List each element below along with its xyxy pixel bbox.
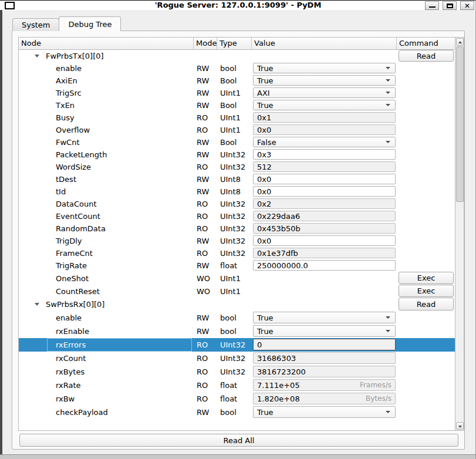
value-readonly-field: 0x1e37dfb	[253, 248, 396, 258]
node-name: TrigRate	[56, 261, 87, 270]
command-cell	[397, 62, 455, 75]
table-row[interactable]: TrigSrc RW UInt1 AXI	[19, 87, 455, 99]
type-value: UInt8	[220, 187, 241, 196]
table-row[interactable]: DataCount RO UInt32 0x2	[19, 198, 455, 210]
table-row[interactable]: rxEnable RW bool True	[19, 325, 455, 338]
type-value: UInt32	[220, 237, 245, 245]
mode-cell: RW	[194, 259, 217, 272]
tree-body: FwPrbsTx[0][0] Read enable RW bool True	[19, 50, 455, 430]
node-name: PacketLength	[56, 150, 107, 159]
table-row[interactable]: enable RW bool True	[19, 62, 455, 75]
node-cell: OneShot	[19, 272, 194, 285]
type-value: UInt32	[220, 200, 245, 208]
value-input[interactable]: 0x0	[253, 174, 396, 184]
node-name: rxBw	[56, 394, 75, 403]
type-value: Bool	[220, 138, 237, 147]
table-row[interactable]: enable RW bool True	[19, 311, 455, 325]
vertical-scrollbar[interactable]	[455, 38, 464, 430]
table-row[interactable]: rxBytes RO UInt32 3816723200	[19, 365, 455, 379]
table-row[interactable]: OneShot WO UInt1 Exec	[19, 272, 455, 285]
command-button[interactable]: Exec	[399, 285, 454, 297]
value-input[interactable]: 0x3	[253, 149, 396, 160]
minimize-button[interactable]	[425, 1, 439, 10]
table-row[interactable]: FwCnt RW Bool False	[19, 136, 455, 148]
table-row[interactable]: checkPayload RW bool True	[19, 406, 455, 419]
expand-arrow-icon[interactable]	[35, 55, 39, 58]
table-row[interactable]: FwPrbsTx[0][0] Read	[19, 50, 455, 62]
node-cell: TxEn	[19, 99, 194, 112]
type-value: UInt32	[220, 212, 245, 221]
command-button[interactable]: Read	[399, 298, 454, 310]
type-value: bool	[220, 64, 237, 73]
value-text: 1.820e+08	[257, 394, 300, 403]
value-combobox[interactable]: True	[253, 312, 396, 323]
value-combobox[interactable]: True	[253, 325, 396, 337]
node-name: enable	[56, 64, 82, 73]
table-row[interactable]: Overflow RO UInt1 0x0	[19, 124, 455, 136]
value-text: 0x0	[257, 187, 271, 196]
window-bottom-border	[0, 454, 475, 459]
table-row[interactable]: CountReset WO UInt1 Exec	[19, 285, 455, 298]
value-combobox[interactable]: True	[253, 406, 396, 418]
table-row[interactable]: TxEn RW Bool True	[19, 99, 455, 112]
value-input[interactable]: 0x0	[253, 235, 396, 246]
node-name: checkPayload	[56, 408, 108, 417]
type-cell: float	[217, 379, 252, 392]
table-row[interactable]: Busy RO UInt1 0x1	[19, 112, 455, 124]
node-name: TrigDly	[56, 237, 82, 245]
column-header-value[interactable]: Value	[252, 38, 397, 49]
command-cell: Read	[397, 50, 455, 62]
type-value: Bool	[220, 76, 237, 85]
tab-debug-tree[interactable]: Debug Tree	[59, 16, 121, 31]
window-controls: ✕	[425, 1, 474, 10]
table-row[interactable]: SwPrbsRx[0][0] Read	[19, 298, 455, 311]
value-input[interactable]: 0x0	[253, 186, 396, 197]
table-row[interactable]: rxBw RO float 1.820e+08 Bytes/s	[19, 392, 455, 406]
value-combobox[interactable]: False	[253, 137, 396, 147]
column-header-command[interactable]: Command	[397, 38, 455, 49]
value-combobox[interactable]: True	[253, 63, 396, 73]
scrollbar-thumb[interactable]	[456, 46, 464, 202]
chevron-down-icon	[386, 104, 390, 106]
scroll-up-button[interactable]	[456, 38, 464, 46]
maximize-button[interactable]	[443, 1, 457, 10]
command-cell	[397, 185, 455, 198]
value-input[interactable]: 250000000.0	[253, 260, 396, 271]
value-cell: 0	[252, 338, 397, 352]
value-readonly-field: 3816723200	[253, 366, 396, 377]
table-row[interactable]: rxErrors RO UInt32 0	[19, 338, 455, 352]
table-row[interactable]: RandomData RO UInt32 0x453b50b	[19, 222, 455, 235]
type-value: UInt1	[220, 89, 241, 97]
table-row[interactable]: TrigDly RW UInt32 0x0	[19, 235, 455, 247]
table-row[interactable]: WordSize RO UInt32 512	[19, 161, 455, 173]
mode-cell: RO	[194, 247, 217, 259]
value-combobox[interactable]: AXI	[253, 87, 396, 98]
value-cell	[252, 50, 397, 62]
value-combobox[interactable]: True	[253, 75, 396, 86]
expand-arrow-icon[interactable]	[35, 303, 39, 306]
mode-value: RO	[197, 113, 208, 122]
tab-system[interactable]: System	[12, 18, 59, 31]
table-row[interactable]: PacketLength RW UInt32 0x3	[19, 148, 455, 161]
read-all-button[interactable]: Read All	[19, 434, 458, 447]
scroll-down-button[interactable]	[456, 422, 464, 430]
table-row[interactable]: FrameCnt RO UInt32 0x1e37dfb	[19, 247, 455, 259]
table-row[interactable]: rxCount RO UInt32 31686303	[19, 352, 455, 365]
table-row[interactable]: tDest RW UInt8 0x0	[19, 173, 455, 185]
table-row[interactable]: TrigRate RW float 250000000.0	[19, 259, 455, 272]
column-header-node[interactable]: Node	[19, 38, 194, 49]
column-header-type[interactable]: Type	[217, 38, 252, 49]
command-button[interactable]: Read	[399, 50, 454, 62]
mode-cell: RO	[194, 161, 217, 173]
value-combobox[interactable]: True	[253, 100, 396, 110]
value-cell: 0x0	[252, 185, 397, 198]
close-button[interactable]: ✕	[460, 1, 474, 10]
value-readonly-field: 1.820e+08 Bytes/s	[253, 393, 396, 404]
table-row[interactable]: AxiEn RW Bool True	[19, 75, 455, 87]
command-button[interactable]: Exec	[399, 272, 454, 284]
table-row[interactable]: tId RW UInt8 0x0	[19, 185, 455, 198]
table-row[interactable]: rxRate RO float 7.111e+05 Frames/s	[19, 379, 455, 392]
column-header-mode[interactable]: Mode	[194, 38, 217, 49]
table-row[interactable]: EventCount RO UInt32 0x229daa6	[19, 210, 455, 222]
value-text: 0x1e37dfb	[257, 249, 298, 258]
